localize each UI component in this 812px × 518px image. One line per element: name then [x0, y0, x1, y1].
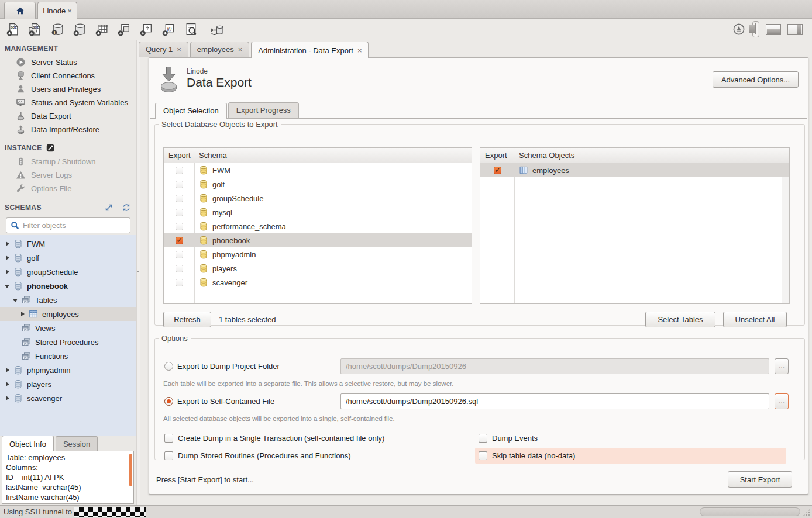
new-sql-tab-icon[interactable]	[6, 22, 20, 37]
skip-table-data-checkbox[interactable]	[479, 451, 487, 460]
resize-grip-icon[interactable]	[803, 509, 810, 516]
tree-item-schema[interactable]: golf	[0, 251, 136, 265]
tree-item-schema[interactable]: groupSchedule	[0, 265, 136, 279]
close-icon[interactable]	[357, 46, 362, 55]
dump-folder-path-input[interactable]	[340, 358, 769, 374]
toggle-left-panel-button[interactable]	[752, 21, 759, 37]
collapse-arrow-icon[interactable]	[5, 282, 11, 289]
tree-item-schema[interactable]: players	[0, 377, 136, 391]
home-tab[interactable]	[4, 2, 36, 19]
self-contained-browse-button[interactable]: ...	[775, 393, 789, 409]
scrollbar-track[interactable]	[782, 163, 789, 303]
object-info-scrollbar[interactable]	[129, 454, 132, 486]
tree-item-schema[interactable]: scavenger	[0, 391, 136, 405]
close-icon[interactable]	[238, 45, 243, 54]
single-transaction-checkbox[interactable]	[164, 434, 173, 443]
create-function-icon[interactable]	[161, 22, 176, 37]
refresh-schemas-icon[interactable]	[122, 203, 130, 212]
export-checkbox[interactable]	[176, 167, 183, 174]
reconnect-database-icon[interactable]	[209, 22, 224, 37]
sidebar-item-server-status[interactable]: Server Status	[0, 56, 136, 69]
unselect-all-button[interactable]: Unselect All	[723, 312, 787, 327]
tree-item-table[interactable]: employees	[0, 307, 136, 321]
dump-folder-radio[interactable]	[164, 362, 173, 371]
tree-item-schema[interactable]: FWM	[0, 237, 136, 251]
sidebar-item-server-logs[interactable]: Server Logs	[0, 168, 136, 182]
export-checkbox[interactable]	[176, 279, 183, 286]
tree-item-views[interactable]: Views	[0, 321, 136, 335]
sidebar-item-options-file[interactable]: Options File	[0, 182, 136, 195]
export-checkbox[interactable]	[176, 181, 183, 188]
select-tables-button[interactable]: Select Tables	[645, 312, 715, 327]
export-checkbox[interactable]	[176, 265, 183, 272]
export-checkbox[interactable]	[176, 237, 183, 244]
sidebar-item-data-export[interactable]: Data Export	[0, 109, 136, 123]
schema-filter-input[interactable]	[23, 221, 126, 230]
tab-query-1[interactable]: Query 1	[139, 42, 188, 57]
toggle-right-panel-button[interactable]	[787, 24, 803, 35]
refresh-button[interactable]: Refresh	[163, 312, 211, 327]
sidebar-item-data-import[interactable]: Data Import/Restore	[0, 123, 136, 136]
tree-item-schema[interactable]: phonebook	[0, 279, 136, 293]
export-checkbox[interactable]	[176, 223, 183, 230]
dump-folder-browse-button[interactable]: ...	[775, 358, 789, 374]
table-row[interactable]: employees	[480, 163, 789, 177]
export-checkbox[interactable]	[494, 167, 501, 174]
self-contained-radio[interactable]	[164, 397, 173, 406]
table-row[interactable]: mysql	[164, 205, 472, 219]
close-icon[interactable]	[177, 45, 181, 54]
tab-employees[interactable]: employees	[190, 42, 249, 57]
tree-item-tables[interactable]: Tables	[0, 293, 136, 307]
start-export-button[interactable]: Start Export	[728, 471, 792, 488]
create-procedure-icon[interactable]	[139, 22, 154, 37]
sidebar-splitter[interactable]	[136, 40, 140, 505]
export-checkbox[interactable]	[176, 195, 183, 202]
expand-schemas-icon[interactable]	[105, 203, 113, 212]
sidebar-item-startup-shutdown[interactable]: Startup / Shutdown	[0, 155, 136, 168]
open-sql-script-icon[interactable]	[28, 22, 43, 37]
create-table-icon[interactable]	[95, 22, 109, 37]
expand-arrow-icon[interactable]	[5, 395, 11, 402]
tab-object-selection[interactable]: Object Selection	[155, 103, 227, 119]
export-checkbox[interactable]	[176, 209, 183, 216]
table-row[interactable]: phpmyadmin	[164, 247, 472, 261]
expand-arrow-icon[interactable]	[5, 381, 11, 388]
sidebar-item-client-connections[interactable]: Client Connections	[0, 69, 136, 82]
close-icon[interactable]	[67, 6, 72, 15]
self-contained-path-input[interactable]	[340, 393, 769, 409]
create-schema-icon[interactable]	[73, 22, 87, 37]
tree-item-functions[interactable]: Functions	[0, 349, 136, 363]
sidebar-item-system-variables[interactable]: Status and System Variables	[0, 96, 136, 109]
search-table-data-icon[interactable]	[184, 22, 198, 37]
dump-stored-routines-checkbox[interactable]	[164, 451, 173, 460]
expand-arrow-icon[interactable]	[5, 240, 11, 247]
expand-arrow-icon[interactable]	[5, 254, 11, 261]
advanced-options-button[interactable]: Advanced Options...	[713, 71, 799, 88]
collapse-arrow-icon[interactable]	[13, 296, 19, 303]
tab-export-progress[interactable]: Export Progress	[228, 102, 299, 119]
connection-tab[interactable]: Linode	[37, 2, 77, 19]
export-checkbox[interactable]	[176, 251, 183, 258]
tree-item-schema[interactable]: phpmyadmin	[0, 363, 136, 377]
alert-icon[interactable]	[732, 22, 746, 36]
schema-inspector-icon[interactable]: i	[50, 22, 65, 37]
table-row[interactable]: phonebook	[164, 233, 472, 247]
table-row[interactable]: groupSchedule	[164, 191, 472, 205]
dump-events-checkbox[interactable]	[479, 434, 487, 443]
expand-arrow-icon[interactable]	[20, 310, 26, 317]
table-row[interactable]: scavenger	[164, 275, 472, 289]
tab-session[interactable]: Session	[56, 436, 98, 451]
expand-arrow-icon[interactable]	[5, 367, 11, 374]
create-view-icon[interactable]	[117, 22, 132, 37]
tree-item-stored-procedures[interactable]: Stored Procedures	[0, 335, 136, 349]
expand-arrow-icon[interactable]	[5, 268, 11, 275]
table-row[interactable]: FWM	[164, 163, 472, 177]
toggle-bottom-panel-button[interactable]	[766, 24, 781, 35]
table-row[interactable]: golf	[164, 177, 472, 191]
tab-object-info[interactable]: Object Info	[2, 436, 54, 451]
sidebar-item-users-privileges[interactable]: Users and Privileges	[0, 82, 136, 96]
table-row[interactable]: players	[164, 261, 472, 275]
table-row[interactable]: performance_schema	[164, 219, 472, 233]
tab-administration-data-export[interactable]: Administration - Data Export	[251, 42, 369, 58]
horizontal-scrollbar-thumb[interactable]	[700, 507, 800, 516]
